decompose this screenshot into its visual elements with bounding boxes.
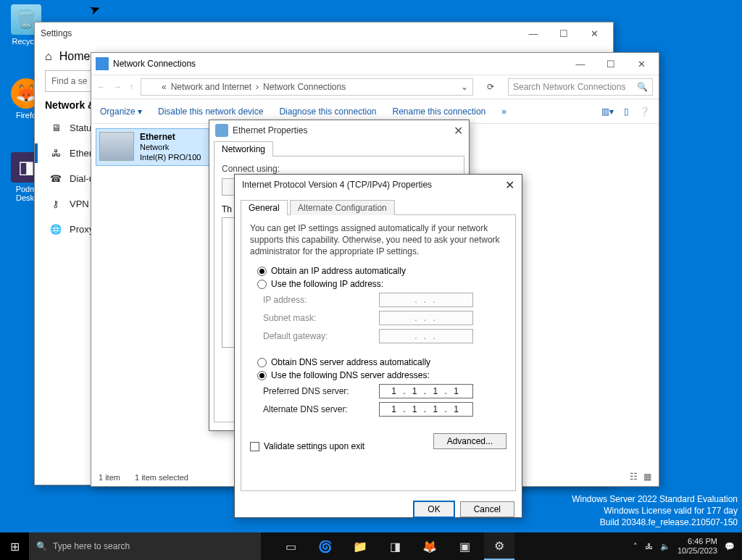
folder-icon <box>146 81 157 93</box>
home-label[interactable]: Home <box>59 50 91 63</box>
alternate-dns-label: Alternate DNS server: <box>263 404 379 414</box>
ethernet-icon: 🖧 <box>49 148 62 159</box>
ipv4-titlebar[interactable]: Internet Protocol Version 4 (TCP/IPv4) P… <box>235 175 522 195</box>
breadcrumb-1[interactable]: Network and Internet <box>171 82 251 92</box>
ok-button[interactable]: OK <box>414 501 454 517</box>
settings-titlebar[interactable]: Settings — ☐ ✕ <box>35 22 613 44</box>
ethprops-icon <box>215 124 228 137</box>
obtain-dns-auto-radio[interactable]: Obtain DNS server address automatically <box>257 357 507 367</box>
taskbar-search-placeholder: Type here to search <box>53 541 130 551</box>
ipv4-close-button[interactable]: ✕ <box>505 178 514 192</box>
proxy-icon: 🌐 <box>49 224 62 235</box>
radio-icon <box>257 280 267 289</box>
connect-using-label: Connect using: <box>222 164 457 174</box>
use-following-dns-radio[interactable]: Use the following DNS server addresses: <box>257 370 507 380</box>
nc-search-input[interactable]: Search Network Connections 🔍 <box>508 78 653 96</box>
settings-search-placeholder: Find a se <box>51 76 87 86</box>
ethprops-close-button[interactable]: ✕ <box>454 124 463 138</box>
validate-settings-checkbox[interactable]: Validate settings upon exit <box>250 441 364 451</box>
address-bar[interactable]: « Network and Internet › Network Connect… <box>141 78 473 96</box>
tray-network-icon[interactable]: 🖧 <box>645 542 653 551</box>
nc-search-placeholder: Search Network Connections <box>513 82 625 92</box>
help-icon[interactable]: ❔ <box>639 106 650 117</box>
ethprops-title: Ethernet Properties <box>233 125 307 135</box>
search-icon: 🔍 <box>637 82 648 92</box>
dialup-icon: ☎ <box>49 173 62 184</box>
radio-icon <box>257 267 267 276</box>
tray-notifications-icon[interactable]: 💬 <box>725 542 735 551</box>
obtain-ip-auto-radio[interactable]: Obtain an IP address automatically <box>257 266 507 276</box>
chevron-down-icon[interactable]: ⌄ <box>461 82 468 92</box>
start-button[interactable]: ⊞ <box>0 532 29 560</box>
more-commands[interactable]: » <box>501 106 507 117</box>
alternate-config-tab[interactable]: Alternate Configuration <box>290 200 395 215</box>
large-icons-view-icon[interactable]: ▦ <box>643 472 651 482</box>
radio-icon <box>257 371 267 380</box>
nc-close-button[interactable]: ✕ <box>628 59 654 70</box>
checkbox-icon <box>250 442 259 451</box>
vpn-icon: ⚷ <box>49 198 62 209</box>
adapter-icon <box>99 132 134 161</box>
subnet-mask-input: . . . <box>379 311 473 325</box>
adapter-name: Ethernet <box>140 132 175 142</box>
alternate-dns-input[interactable]: 1 . 1 . 1 . 1 <box>379 402 473 417</box>
general-tab[interactable]: General <box>241 200 288 215</box>
up-button[interactable]: ↑ <box>129 82 133 92</box>
windows-watermark: Windows Server 2022 Standard Evaluation … <box>572 493 738 528</box>
status-item-count: 1 item <box>99 473 120 482</box>
networking-tab[interactable]: Networking <box>214 141 273 156</box>
rename-button[interactable]: Rename this connection <box>393 106 486 117</box>
tray-chevron-up-icon[interactable]: ˄ <box>633 542 638 551</box>
preferred-dns-label: Preferred DNS server: <box>263 386 379 396</box>
ip-address-label: IP address: <box>263 295 379 305</box>
back-button[interactable]: ← <box>97 82 106 92</box>
maximize-button[interactable]: ☐ <box>551 28 577 39</box>
status-icon: 🖥 <box>49 122 62 133</box>
edge-taskbar-icon[interactable]: 🌀 <box>310 532 341 560</box>
minimize-button[interactable]: — <box>520 28 546 39</box>
default-gateway-label: Default gateway: <box>263 331 379 341</box>
task-view-button[interactable]: ▭ <box>275 532 306 560</box>
radio-icon <box>257 358 267 367</box>
status-selected-count: 1 item selected <box>135 473 188 482</box>
firefox-taskbar-icon[interactable]: 🦊 <box>414 532 445 560</box>
ipv4-properties-dialog: Internet Protocol Version 4 (TCP/IPv4) P… <box>234 174 522 518</box>
refresh-button[interactable]: ⟳ <box>480 82 501 92</box>
advanced-button[interactable]: Advanced... <box>433 433 507 449</box>
ethprops-titlebar[interactable]: Ethernet Properties ✕ <box>209 120 469 141</box>
cancel-button[interactable]: Cancel <box>460 501 514 517</box>
settings-taskbar-icon[interactable]: ⚙ <box>484 532 514 560</box>
default-gateway-input: . . . <box>379 329 473 343</box>
taskbar: ⊞ 🔍 Type here to search ▭ 🌀 📁 ◨ 🦊 ▣ ⚙ ˄ … <box>0 532 742 560</box>
podman-taskbar-icon[interactable]: ◨ <box>380 532 410 560</box>
use-following-ip-radio[interactable]: Use the following IP address: <box>257 279 507 289</box>
nc-maximize-button[interactable]: ☐ <box>598 59 624 70</box>
nc-titlebar[interactable]: Network Connections — ☐ ✕ <box>91 53 659 75</box>
ipv4-description: You can get IP settings assigned automat… <box>250 222 507 257</box>
taskbar-search-input[interactable]: 🔍 Type here to search <box>29 532 261 560</box>
organize-menu[interactable]: Organize ▾ <box>100 106 142 117</box>
breadcrumb-prefix: « <box>162 82 167 92</box>
adapter-device: Intel(R) PRO/100 <box>140 153 201 162</box>
preferred-dns-input[interactable]: 1 . 1 . 1 . 1 <box>379 384 473 398</box>
preview-pane-icon[interactable]: ▯ <box>624 106 629 117</box>
cursor-icon: ➤ <box>87 0 103 19</box>
close-button[interactable]: ✕ <box>581 28 607 39</box>
tray-sound-icon[interactable]: 🔈 <box>660 542 670 551</box>
explorer-taskbar-icon[interactable]: 📁 <box>345 532 375 560</box>
search-icon: 🔍 <box>36 541 47 551</box>
taskbar-clock[interactable]: 6:46 PM 10/25/2023 <box>678 537 717 556</box>
breadcrumb-2[interactable]: Network Connections <box>263 82 346 92</box>
nc-minimize-button[interactable]: — <box>567 59 593 70</box>
nc-title-text: Network Connections <box>113 59 196 69</box>
subnet-mask-label: Subnet mask: <box>263 313 379 323</box>
diagnose-button[interactable]: Diagnose this connection <box>279 106 376 117</box>
forward-button[interactable]: → <box>113 82 122 92</box>
ipv4-title-text: Internet Protocol Version 4 (TCP/IPv4) P… <box>242 180 432 190</box>
view-options-icon[interactable]: ▥▾ <box>601 106 614 117</box>
terminal-taskbar-icon[interactable]: ▣ <box>449 532 480 560</box>
disable-device-button[interactable]: Disable this network device <box>158 106 263 117</box>
chevron-right-icon: › <box>256 82 259 92</box>
details-view-icon[interactable]: ☷ <box>630 472 638 482</box>
settings-title: Settings <box>41 28 72 38</box>
